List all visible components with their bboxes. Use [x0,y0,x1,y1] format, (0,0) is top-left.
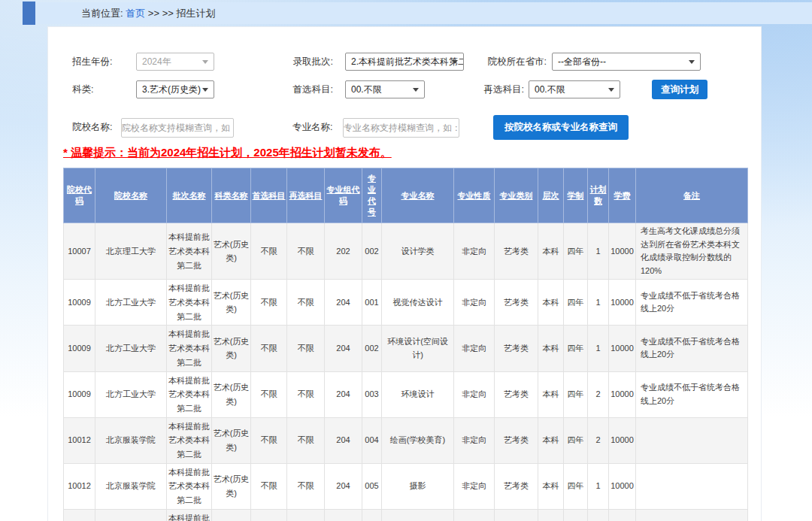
column-header-4[interactable]: 科类名称 [212,168,251,223]
province-label: 院校所在省市: [483,53,547,71]
table-cell: 本科提前批艺术类本科第二批 [167,463,212,509]
table-cell: 艺术(历史类) [212,371,251,417]
table-cell: 10007 [64,223,95,280]
column-header-12[interactable]: 层次 [538,168,564,223]
table-cell: 专业成绩不低于省统考合格线上20分 [636,326,748,371]
table-cell: 006 [362,509,382,521]
chevron-down-icon [202,88,208,92]
year-label: 招生年份: [72,53,112,71]
category-select[interactable]: 3.艺术(历史类) [136,80,214,98]
table-cell: 本科 [538,371,564,417]
table-cell: 不限 [287,371,325,417]
table-cell: 204 [325,371,362,417]
major-name-label: 专业名称: [292,118,332,136]
second-subject-label: 再选科目: [471,80,524,98]
notice-text: * 温馨提示：当前为2024年招生计划，2025年招生计划暂未发布。 [63,146,392,160]
table-cell: 本科 [538,280,564,326]
table-cell: 本科提前批艺术类本科第二批 [167,417,212,463]
first-subject-select[interactable]: 00.不限 [345,80,425,98]
query-plan-button[interactable]: 查询计划 [652,80,707,99]
table-cell: 本科提前批艺术类本科第二批 [167,280,212,326]
table-cell: 不限 [251,280,287,326]
table-cell: 204 [325,280,362,326]
province-select[interactable]: --全部省份-- [552,53,701,71]
first-subject-label: 首选科目: [258,80,333,98]
column-header-8[interactable]: 专业代号 [362,168,382,223]
column-header-15[interactable]: 学费 [609,168,636,223]
major-name-input[interactable] [343,118,459,138]
year-select-value: 2024年 [142,56,171,67]
year-select[interactable]: 2024年 [136,53,214,71]
table-cell: 北京服装学院 [95,417,167,463]
second-subject-select-value: 00.不限 [535,84,565,95]
table-cell: 艺术(历史类) [212,509,251,521]
breadcrumb-accent-square [23,2,35,25]
batch-label: 录取批次: [258,53,333,71]
table-cell: 本科提前批艺术类本科第二批 [167,371,212,417]
chevron-down-icon [202,60,208,64]
column-header-7[interactable]: 专业组代码 [325,168,362,223]
category-label: 科类: [72,80,93,98]
table-cell: 不限 [251,223,287,280]
table-cell: 10012 [64,463,95,509]
table-cell: 10000 [609,280,636,326]
column-header-1[interactable]: 院校代码 [64,168,95,223]
table-cell: 艺考类 [495,463,538,509]
column-header-9[interactable]: 专业名称 [382,168,454,223]
column-header-10[interactable]: 专业性质 [454,168,495,223]
table-cell: 艺考类 [495,326,538,371]
table-cell: 2 [588,417,609,463]
table-cell: 北方工业大学 [95,280,167,326]
second-subject-select[interactable]: 00.不限 [529,80,620,98]
column-header-16[interactable]: 备注 [636,168,748,223]
column-header-6[interactable]: 再选科目 [287,168,325,223]
table-header-row: 院校代码院校名称批次名称科类名称首选科目再选科目专业组代码专业代号专业名称专业性… [64,168,748,223]
table-cell: 004 [362,417,382,463]
table-cell: 1 [588,223,609,280]
name-query-button[interactable]: 按院校名称或专业名称查询 [493,115,629,140]
table-cell: 环境设计 [382,371,454,417]
table-cell: 204 [325,326,362,371]
table-cell: 专业成绩不低于省统考合格线上20分 [636,280,748,326]
table-row: 10012北京服装学院本科提前批艺术类本科第二批艺术(历史类)不限不限20400… [64,509,748,521]
table-cell: 考生高考文化课成绩总分须达到所在省份艺术类本科文化成绩录取控制分数线的120% [636,223,748,280]
table-cell: 四年 [564,417,588,463]
table-cell: 北方工业大学 [95,326,167,371]
chevron-down-icon [689,60,695,64]
column-header-14[interactable]: 计划数 [588,168,609,223]
table-cell: 本科提前批艺术类本科第二批 [167,223,212,280]
table-cell: 北京服装学院 [95,509,167,521]
table-cell: 艺考类 [495,280,538,326]
table-cell: 1 [588,463,609,509]
table-cell: 不限 [251,509,287,521]
table-cell: 不限 [287,223,325,280]
table-cell [636,463,748,509]
column-header-13[interactable]: 学制 [564,168,588,223]
table-cell: 非定向 [454,417,495,463]
breadcrumb-home-link[interactable]: 首页 [126,8,145,19]
batch-select-value: 2.本科提前批艺术类本科第二批 [351,56,464,67]
school-name-label: 院校名称: [72,118,112,136]
column-header-3[interactable]: 批次名称 [167,168,212,223]
column-header-5[interactable]: 首选科目 [251,168,287,223]
table-cell: 不限 [287,417,325,463]
column-header-11[interactable]: 专业类别 [495,168,538,223]
table-cell: 四年 [564,223,588,280]
table-cell: 非定向 [454,280,495,326]
table-cell: 不限 [251,371,287,417]
table-cell: 视觉传达设计 [382,280,454,326]
table-cell: 10012 [64,509,95,521]
column-header-2[interactable]: 院校名称 [95,168,167,223]
table-cell: 北方工业大学 [95,371,167,417]
category-select-value: 3.艺术(历史类) [142,84,201,95]
batch-select[interactable]: 2.本科提前批艺术类本科第二批 [345,53,464,71]
table-cell: 204 [325,509,362,521]
table-cell: 3 [588,509,609,521]
table-cell: 摄影 [382,463,454,509]
table-row: 10012北京服装学院本科提前批艺术类本科第二批艺术(历史类)不限不限20400… [64,417,748,463]
table-cell: 本科 [538,417,564,463]
table-cell: 北京理工大学 [95,223,167,280]
table-cell: 204 [325,417,362,463]
table-cell: 204 [325,463,362,509]
school-name-input[interactable] [121,118,234,138]
